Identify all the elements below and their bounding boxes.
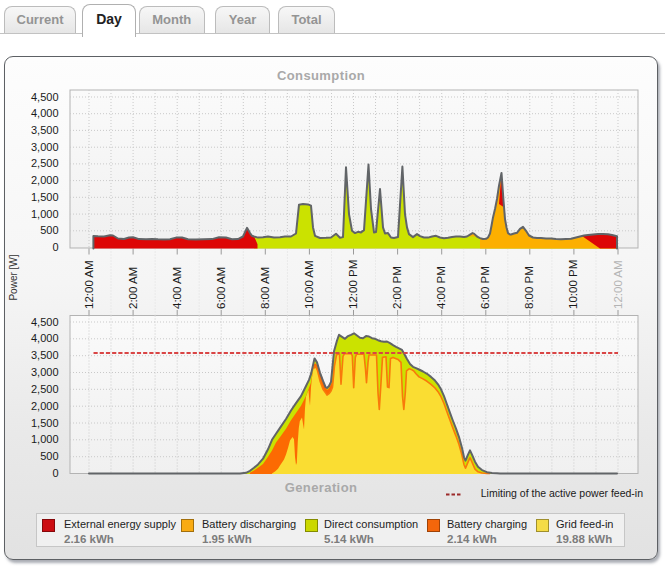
svg-text:0: 0 [52, 241, 58, 253]
svg-text:12:00 AM: 12:00 AM [83, 260, 95, 309]
svg-text:4,500: 4,500 [31, 91, 59, 103]
svg-text:8:00 PM: 8:00 PM [523, 266, 535, 309]
svg-text:3,000: 3,000 [31, 141, 59, 153]
svg-text:8:00 AM: 8:00 AM [259, 267, 271, 309]
svg-text:4,000: 4,000 [31, 107, 59, 119]
svg-text:2,000: 2,000 [31, 400, 59, 412]
svg-text:2,500: 2,500 [31, 157, 59, 169]
svg-text:2:00 AM: 2:00 AM [127, 267, 139, 309]
svg-text:6:00 PM: 6:00 PM [479, 266, 491, 309]
svg-text:1,000: 1,000 [31, 433, 59, 445]
svg-text:Limiting of the active power f: Limiting of the active power feed-in [481, 487, 643, 499]
svg-text:3,000: 3,000 [31, 366, 59, 378]
svg-text:500: 500 [40, 450, 58, 462]
svg-text:1,500: 1,500 [31, 417, 59, 429]
svg-text:0: 0 [52, 467, 58, 479]
svg-text:10:00 PM: 10:00 PM [567, 260, 579, 309]
svg-text:6:00 AM: 6:00 AM [215, 267, 227, 309]
svg-text:2:00 PM: 2:00 PM [391, 266, 403, 309]
svg-text:1,500: 1,500 [31, 191, 59, 203]
svg-text:10:00 AM: 10:00 AM [303, 260, 315, 309]
svg-text:2,500: 2,500 [31, 383, 59, 395]
svg-text:Consumption: Consumption [277, 68, 365, 83]
svg-text:3,500: 3,500 [31, 124, 59, 136]
svg-text:1,000: 1,000 [31, 208, 59, 220]
svg-text:12:00 PM: 12:00 PM [347, 260, 359, 309]
svg-text:4:00 PM: 4:00 PM [435, 266, 447, 309]
svg-text:12:00 AM: 12:00 AM [612, 260, 624, 309]
svg-text:3,500: 3,500 [31, 349, 59, 361]
svg-text:Power [W]: Power [W] [8, 254, 19, 300]
svg-text:4:00 AM: 4:00 AM [171, 267, 183, 309]
svg-text:4,500: 4,500 [31, 316, 59, 328]
svg-text:2,000: 2,000 [31, 174, 59, 186]
svg-text:Generation: Generation [285, 480, 358, 495]
svg-text:4,000: 4,000 [31, 332, 59, 344]
svg-text:500: 500 [40, 224, 58, 236]
